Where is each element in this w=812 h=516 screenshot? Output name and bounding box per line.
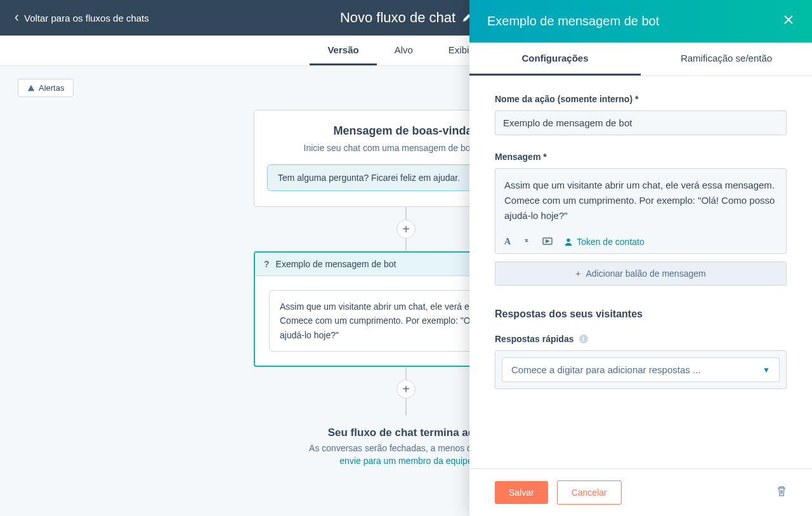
message-editor: Assim que um visitante abrir um chat, el…	[495, 168, 787, 254]
save-button[interactable]: Salvar	[495, 481, 548, 504]
cancel-button[interactable]: Cancelar	[557, 480, 622, 505]
alerts-button[interactable]: Alertas	[18, 79, 74, 97]
panel-body: Nome da ação (somente interno) * Mensage…	[469, 76, 812, 468]
responses-title: Respostas dos seus visitantes	[495, 308, 787, 320]
action-name-input[interactable]	[495, 110, 787, 135]
add-bubble-button[interactable]: + Adicionar balão de mensagem	[495, 261, 787, 286]
panel-tabs: Configurações Ramificação se/então	[469, 43, 812, 76]
text-format-icon[interactable]: A	[504, 237, 511, 247]
quick-replies-wrap: Comece a digitar para adicionar resposta…	[495, 350, 787, 389]
chevron-left-icon	[13, 14, 20, 22]
panel-footer: Salvar Cancelar	[469, 468, 812, 516]
back-link[interactable]: Voltar para os fluxos de chats	[13, 13, 149, 23]
contact-token-link[interactable]: Token de contato	[564, 237, 645, 247]
page-title: Novo fluxo de chat	[340, 10, 455, 26]
question-icon: ?	[264, 259, 270, 269]
message-label: Mensagem *	[495, 152, 787, 162]
quick-replies-select[interactable]: Comece a digitar para adicionar resposta…	[502, 357, 780, 382]
message-textarea[interactable]: Assim que um visitante abrir um chat, el…	[495, 169, 786, 230]
chevron-down-icon: ▼	[763, 366, 770, 374]
user-icon	[564, 237, 573, 246]
alerts-label: Alertas	[39, 83, 64, 93]
quick-replies-placeholder: Comece a digitar para adicionar resposta…	[511, 364, 700, 375]
step-name: Exemplo de mensagem de bot	[276, 259, 396, 269]
panel-header: Exemplo de mensagem de bot	[469, 0, 812, 43]
close-icon[interactable]	[783, 14, 794, 29]
back-label: Voltar para os fluxos de chats	[24, 13, 149, 23]
action-name-label: Nome da ação (somente interno) *	[495, 94, 787, 104]
svg-point-1	[567, 238, 570, 241]
info-icon[interactable]: i	[579, 334, 588, 343]
page-title-wrap: Novo fluxo de chat	[340, 10, 472, 26]
delete-icon[interactable]	[776, 486, 787, 500]
tab-version[interactable]: Versão	[310, 36, 376, 65]
tab-target[interactable]: Alvo	[377, 36, 431, 65]
panel-tab-branch[interactable]: Ramificação se/então	[641, 43, 812, 76]
warning-icon	[27, 84, 35, 92]
message-toolbar: A Token de contato	[495, 230, 786, 253]
side-panel: Exemplo de mensagem de bot Configurações…	[469, 0, 812, 516]
panel-title: Exemplo de mensagem de bot	[487, 14, 659, 29]
link-icon[interactable]	[522, 236, 531, 247]
media-icon[interactable]	[542, 237, 553, 247]
add-step-button[interactable]: +	[396, 220, 416, 239]
add-step-button-2[interactable]: +	[396, 380, 416, 399]
quick-replies-label: Respostas rápidas i	[495, 334, 787, 344]
panel-tab-config[interactable]: Configurações	[469, 43, 641, 76]
end-link[interactable]: envie para um membro da equipe	[339, 456, 472, 466]
plus-icon: +	[575, 268, 580, 279]
